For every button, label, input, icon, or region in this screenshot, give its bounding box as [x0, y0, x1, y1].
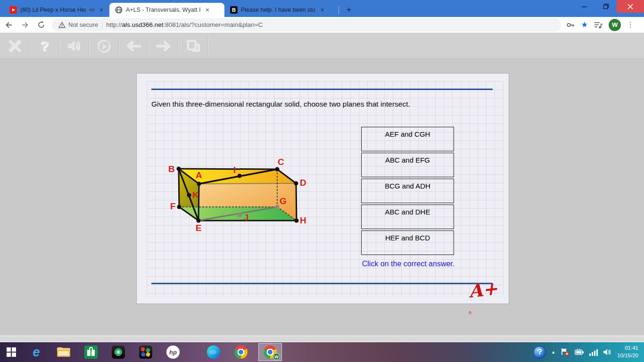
help-question-icon: ? [40, 38, 49, 54]
tab-als-active[interactable]: A+LS - Transversals, Wyatt Parks × [109, 3, 224, 17]
als-play-button[interactable] [89, 35, 118, 57]
vertex-label-A: A [196, 170, 202, 180]
close-window-button[interactable] [617, 0, 644, 13]
action-center-flag-icon[interactable] [561, 348, 570, 356]
vertex-label-I: I [233, 165, 236, 175]
taskbar-edge[interactable] [200, 342, 227, 362]
play-icon [97, 39, 111, 53]
refresh-icon[interactable] [34, 18, 48, 32]
answer-option[interactable]: AEF and CGH [361, 127, 454, 151]
clock-date: 10/15/20 [617, 352, 638, 360]
tab-title: (60) Lil Peep x Horse Head - [20, 7, 86, 13]
taskbar-microsoft-store[interactable] [77, 342, 105, 362]
bookmark-star-icon[interactable]: ★ [581, 20, 588, 30]
camera-app-icon [112, 346, 125, 359]
aplus-logo: A+® [469, 279, 499, 300]
chrome-icon [234, 346, 248, 359]
hp-logo-icon: hp [166, 346, 180, 359]
taskbar-games-app[interactable] [132, 342, 159, 362]
als-audio-button[interactable] [59, 35, 89, 57]
vertex-label-H: H [300, 215, 306, 225]
windows-taskbar: e hp [0, 342, 644, 362]
vertex-label-C: C [278, 157, 284, 167]
taskbar-hp[interactable]: hp [159, 342, 187, 362]
answer-prompt: Click on the correct answer. [333, 260, 484, 268]
security-indicator[interactable]: Not secure [58, 21, 98, 28]
desktop-screen: (60) Lil Peep x Horse Head - × A+LS - Tr… [0, 0, 644, 362]
tab-divider [339, 6, 339, 14]
toolbar-separator [207, 36, 208, 55]
back-arrow-icon [125, 40, 141, 51]
url-text[interactable]: http://als.usd366.net:8081/als/?customer… [106, 21, 263, 28]
taskbar-chrome[interactable] [227, 342, 255, 362]
als-copyscreen-button[interactable] [178, 35, 207, 57]
bottom-rule [151, 283, 493, 284]
microsoft-store-icon [84, 346, 98, 359]
start-button[interactable] [0, 342, 23, 362]
taskbar-camera-app[interactable] [105, 342, 132, 362]
hp-support-icon[interactable]: ? [533, 346, 546, 359]
vertex-label-E: E [196, 223, 202, 233]
profile-avatar[interactable]: W [609, 19, 621, 31]
restore-button[interactable] [595, 0, 617, 13]
youtube-favicon [9, 6, 17, 14]
hp-logo-text: hp [169, 349, 177, 356]
taskbar-file-explorer[interactable] [50, 342, 77, 362]
address-bar[interactable]: Not secure http://als.usd366.net:8081/al… [52, 18, 561, 32]
minimize-button[interactable] [573, 0, 595, 13]
answer-option[interactable]: HEF and BCD [361, 230, 454, 255]
internet-explorer-icon: e [33, 345, 40, 360]
rectangular-solid-figure: A B C D E F G H I J K [163, 157, 314, 238]
battery-icon[interactable] [575, 348, 584, 356]
tab-close-icon[interactable]: × [98, 6, 105, 14]
volume-icon[interactable] [603, 348, 612, 356]
tab-audio-icon[interactable] [89, 7, 95, 13]
als-forward-button[interactable] [149, 35, 178, 57]
browser-titlebar: (60) Lil Peep x Horse Head - × A+LS - Tr… [0, 0, 644, 17]
back-icon[interactable] [2, 18, 16, 32]
games-app-icon [139, 346, 152, 359]
new-tab-button[interactable]: + [343, 4, 355, 16]
forward-icon[interactable] [18, 18, 32, 32]
url-scheme: http:// [106, 21, 122, 28]
als-back-button[interactable] [119, 35, 148, 57]
tab-brainly[interactable]: B Please help. I have been stuck fo × [224, 3, 337, 17]
tab-close-icon[interactable]: × [319, 6, 326, 14]
taskbar-internet-explorer[interactable]: e [23, 342, 50, 362]
als-help-button[interactable]: ? [30, 35, 59, 57]
brainly-favicon: B [230, 6, 238, 14]
system-tray: ? ▲ [533, 345, 644, 359]
tab-youtube[interactable]: (60) Lil Peep x Horse Head - × [4, 3, 109, 17]
top-rule [151, 89, 493, 90]
tab-strip: (60) Lil Peep x Horse Head - × A+LS - Tr… [4, 3, 355, 17]
question-text: Given this three-dimensional rectangular… [151, 100, 410, 108]
edge-icon [207, 346, 220, 359]
vertex-label-D: D [300, 178, 306, 188]
password-key-icon[interactable] [566, 20, 575, 30]
media-controls-icon[interactable] [594, 21, 603, 29]
menu-kebab-icon[interactable]: ⋮ [627, 23, 634, 27]
tab-title: Please help. I have been stuck fo [241, 7, 315, 13]
close-x-icon [8, 39, 22, 53]
network-signal-icon[interactable] [589, 349, 598, 356]
taskbar-chrome-active-window[interactable]: W [258, 343, 282, 361]
answer-option[interactable]: ABC and DHE [361, 205, 454, 229]
browser-navbar: Not secure http://als.usd366.net:8081/al… [0, 17, 644, 33]
quiz-panel: Given this three-dimensional rectangular… [136, 73, 509, 304]
forward-arrow-icon [155, 40, 171, 51]
speaker-icon [66, 39, 82, 52]
tab-close-icon[interactable]: × [204, 6, 211, 14]
file-explorer-icon [57, 346, 71, 358]
taskbar-clock[interactable]: 01:41 10/15/20 [617, 345, 638, 359]
hidden-icons-caret[interactable]: ▲ [551, 350, 555, 354]
security-text: Not secure [68, 21, 98, 28]
aplus-logo-text: A+ [468, 278, 499, 302]
vertex-label-F: F [170, 201, 176, 211]
als-close-button[interactable] [0, 35, 29, 57]
copy-screen-icon [186, 39, 200, 52]
vertex-label-K: K [192, 190, 199, 200]
profile-badge: W [273, 353, 280, 360]
answer-option[interactable]: BCG and ADH [361, 179, 454, 203]
answer-option[interactable]: ABC and EFG [361, 153, 454, 177]
vertex-label-G: G [280, 196, 287, 206]
